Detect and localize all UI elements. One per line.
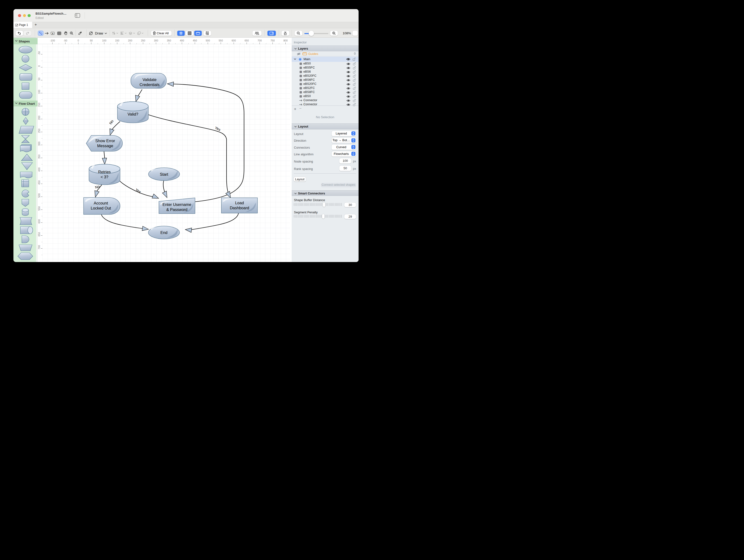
svg-text:100: 100 bbox=[102, 39, 106, 42]
svg-text:450: 450 bbox=[193, 39, 197, 42]
svg-text:500: 500 bbox=[206, 39, 210, 42]
svg-text:Retries: Retries bbox=[98, 169, 111, 174]
svg-text:200: 200 bbox=[128, 39, 132, 42]
svg-text:600: 600 bbox=[231, 39, 236, 42]
svg-text:Shapes: Shapes bbox=[19, 40, 30, 43]
svg-text:0: 0 bbox=[38, 65, 41, 67]
svg-text:Credentials: Credentials bbox=[139, 82, 159, 86]
svg-text:600: 600 bbox=[38, 219, 41, 224]
svg-text:Message: Message bbox=[97, 143, 113, 148]
svg-text:700: 700 bbox=[257, 39, 262, 42]
svg-text:700: 700 bbox=[38, 245, 41, 249]
svg-text:450: 450 bbox=[38, 180, 41, 185]
svg-text:250: 250 bbox=[141, 39, 145, 42]
svg-text:& Password: & Password bbox=[166, 207, 187, 211]
svg-text:200: 200 bbox=[38, 116, 41, 120]
svg-text:550: 550 bbox=[219, 39, 223, 42]
svg-text:Dashboard: Dashboard bbox=[230, 205, 249, 210]
svg-text:A: A bbox=[52, 32, 53, 35]
svg-text:500: 500 bbox=[38, 193, 41, 198]
svg-text:Start: Start bbox=[160, 172, 168, 176]
svg-text:400: 400 bbox=[38, 167, 41, 172]
svg-text:150: 150 bbox=[115, 39, 119, 42]
svg-text:650: 650 bbox=[38, 232, 41, 236]
svg-text:Flow Chart: Flow Chart bbox=[19, 102, 35, 106]
svg-text:100: 100 bbox=[38, 90, 41, 94]
svg-text:Locked Out: Locked Out bbox=[91, 206, 111, 210]
svg-text:800: 800 bbox=[283, 39, 288, 42]
svg-text:Validate: Validate bbox=[143, 77, 156, 81]
svg-text:0: 0 bbox=[77, 39, 79, 42]
svg-text:400: 400 bbox=[180, 39, 184, 42]
svg-text:< 3?: < 3? bbox=[101, 174, 108, 179]
svg-text:350: 350 bbox=[167, 39, 171, 42]
svg-text:-50: -50 bbox=[38, 51, 41, 55]
svg-text:300: 300 bbox=[154, 39, 158, 42]
svg-text:250: 250 bbox=[38, 128, 41, 133]
svg-text:Account: Account bbox=[94, 201, 108, 205]
svg-text:-50: -50 bbox=[63, 39, 67, 42]
svg-text:Valid?: Valid? bbox=[127, 112, 138, 116]
svg-text:Show Error: Show Error bbox=[95, 138, 115, 143]
svg-text:350: 350 bbox=[38, 154, 41, 159]
svg-text:150: 150 bbox=[38, 103, 41, 107]
svg-text:Enter Username: Enter Username bbox=[162, 202, 191, 206]
svg-text:50: 50 bbox=[90, 39, 92, 42]
svg-text:650: 650 bbox=[245, 39, 249, 42]
svg-text:550: 550 bbox=[38, 206, 41, 210]
svg-text:750: 750 bbox=[270, 39, 274, 42]
svg-text:End: End bbox=[160, 230, 167, 234]
svg-text:-100: -100 bbox=[50, 39, 55, 42]
svg-text:50: 50 bbox=[38, 77, 41, 80]
svg-text:300: 300 bbox=[38, 142, 41, 146]
svg-text:Load: Load bbox=[235, 200, 244, 205]
